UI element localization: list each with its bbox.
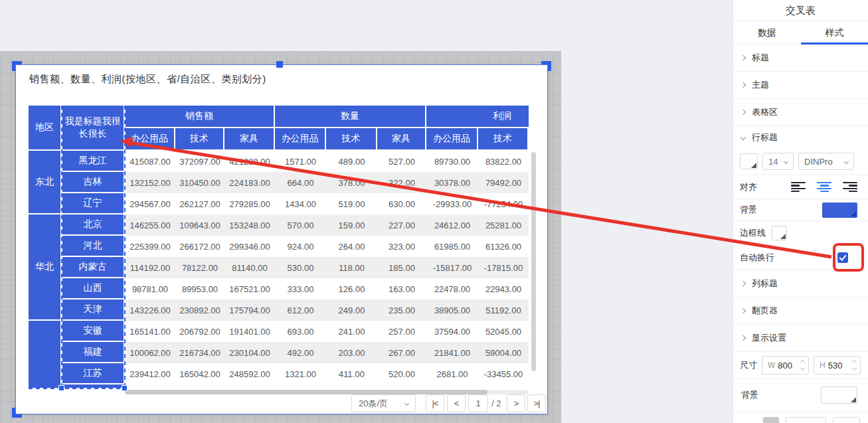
region-group-cell[interactable]: 华北 [29,214,62,321]
region-group-cell[interactable]: 东北 [29,151,62,214]
data-cell: 51192.00 [478,299,529,321]
background-color-swatch[interactable] [822,203,857,218]
tab-数据[interactable]: 数据 [733,21,801,44]
align-right-icon[interactable] [843,182,857,193]
section-label: 翻页器 [752,305,778,317]
measure-column-header[interactable]: 办公用品 [125,128,175,151]
data-cell: 299346.00 [224,236,275,257]
data-cell: 165141.00 [125,321,175,342]
total-pages-label: / 2 [491,394,501,412]
data-cell: 520.00 [377,363,426,384]
data-cell: 61985.00 [426,236,478,257]
section-显示设置[interactable]: 显示设置 [733,325,868,352]
row-dimension-header-cell[interactable]: 我是标题我很长很长 [62,106,125,151]
data-cell: 570.00 [275,214,326,236]
font-size-select[interactable]: 14 [762,153,794,170]
section-翻页器[interactable]: 翻页器 [733,297,868,325]
partial-control[interactable] [763,417,779,423]
size-row: 尺寸 W 800 H 530 [733,352,868,379]
resize-handle-top-left[interactable] [12,61,22,71]
data-cell: 22478.00 [426,278,478,299]
measure-column-header[interactable]: 家具 [377,128,426,151]
province-cell[interactable]: 山西 [62,278,125,299]
province-cell[interactable]: 黑龙江 [62,151,125,172]
data-cell: 489.00 [326,151,377,172]
data-cell: 38905.00 [426,299,478,321]
widget-background-row: 背景 [733,379,868,412]
section-主题[interactable]: 主题 [733,72,868,99]
measure-column-header[interactable]: 家具 [224,128,275,151]
prev-page-button[interactable]: < [447,394,466,412]
region-group-cell[interactable] [29,321,62,389]
partial-control[interactable] [833,417,860,423]
auto-wrap-checkbox[interactable] [837,252,848,263]
measure-column-header[interactable]: 技术 [175,128,224,151]
province-cell[interactable]: 吉林 [62,172,125,193]
chevron-down-icon [404,401,409,406]
widget-background-swatch[interactable] [821,386,857,404]
panel-title: 交叉表 [733,0,868,21]
corner-header-cell[interactable]: 地区 [29,106,62,151]
align-center-icon[interactable] [817,182,831,193]
height-stepper-arrows[interactable] [848,357,860,374]
data-cell: 216734.00 [175,342,224,363]
province-cell[interactable]: 河北 [62,236,125,257]
page-size-select[interactable]: 20条/页 [351,394,416,412]
table-horizontal-scrollbar-thumb[interactable] [125,390,487,394]
province-cell[interactable]: 内蒙古 [62,257,125,278]
border-line-row: 边框线 [733,220,868,245]
resize-handle-top-right[interactable] [541,61,551,71]
data-cell: 630.00 [377,193,426,214]
data-cell: 25281.00 [478,214,529,236]
resize-handle-bottom-left[interactable] [12,408,22,418]
current-page-input[interactable] [468,394,488,412]
data-cell: 530.00 [275,257,326,278]
cross-table: 地区我是标题我很长很长销售额办公用品技术家具数量办公用品技术家具利润办公用品技术… [29,106,529,389]
province-cell[interactable]: 福建 [62,342,125,363]
style-panel: 交叉表 数据样式 标题主题表格区 行标题 14 DINPro 对齐 背景 [733,0,868,423]
first-page-button[interactable]: |< [426,394,444,412]
data-cell: 235.00 [377,299,426,321]
resize-handle-top-middle[interactable] [276,61,283,68]
data-cell: 664.00 [275,172,326,193]
width-stepper[interactable]: W 800 [762,356,809,375]
measure-column-header[interactable]: 办公用品 [426,128,478,151]
width-stepper-arrows[interactable] [796,357,808,374]
border-color-swatch[interactable] [772,226,787,240]
province-cell[interactable]: 北京 [62,214,125,236]
measure-group-header[interactable]: 数量 [275,106,426,128]
province-cell[interactable]: 安徽 [62,321,125,342]
measure-group-header[interactable]: 销售额 [125,106,275,128]
font-color-swatch[interactable] [740,153,758,169]
data-cell: 185.00 [377,257,426,278]
data-cell: 146255.00 [125,214,175,236]
align-left-icon[interactable] [791,182,806,193]
page-size-value: 20条/页 [359,398,388,410]
font-family-select[interactable]: DINPro [798,153,854,170]
section-列标题[interactable]: 列标题 [733,270,868,297]
section-标题[interactable]: 标题 [733,44,868,72]
partial-control[interactable] [786,417,826,423]
data-cell: 924.00 [275,236,326,257]
section-row-header[interactable]: 行标题 [733,126,868,148]
selection-handle-left[interactable] [58,385,64,391]
measure-group-header[interactable]: 利润 [426,106,529,128]
province-cell[interactable]: 江苏 [62,363,125,384]
section-表格区[interactable]: 表格区 [733,99,868,126]
data-cell: 372097.00 [175,151,224,172]
selection-handle-right[interactable] [122,385,128,391]
height-stepper[interactable]: H 530 [814,356,861,375]
province-cell[interactable]: 辽宁 [62,193,125,214]
last-page-button[interactable]: >| [527,394,546,412]
cross-table-widget[interactable]: 销售额、数量、利润(按地区、省/自治区、类别划分) 地区我是标题我很长很长销售额… [15,64,548,414]
data-cell: -29933.00 [426,193,478,214]
data-cell: 153248.00 [224,214,275,236]
measure-column-header[interactable]: 技术 [326,128,377,151]
table-vertical-scrollbar[interactable] [531,152,536,371]
measure-column-header[interactable]: 技术 [478,128,529,151]
next-page-button[interactable]: > [507,394,525,412]
data-cell: 1571.00 [275,151,326,172]
measure-column-header[interactable]: 办公用品 [275,128,326,151]
province-cell[interactable]: 天津 [62,299,125,321]
tab-样式[interactable]: 样式 [801,21,868,44]
